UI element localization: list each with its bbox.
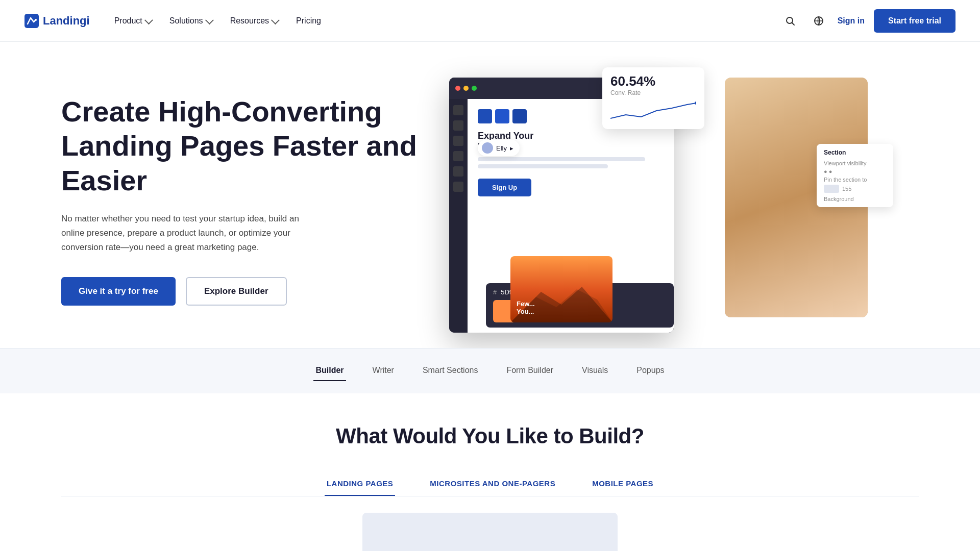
canvas-line-1 (478, 157, 645, 161)
nav-pricing[interactable]: Pricing (288, 12, 329, 30)
hero-illustration: 60.54% Conv. Rate (419, 62, 919, 338)
cta-secondary-button[interactable]: Explore Builder (186, 277, 287, 306)
conv-rate-value: 60.54% (610, 73, 696, 89)
feature-tabs: Builder Writer Smart Sections Form Build… (0, 361, 980, 381)
mountain-background: Few...You... (510, 256, 612, 322)
hero-subtitle: No matter whether you need to test your … (61, 212, 316, 255)
logo[interactable]: Landingi (24, 14, 90, 28)
canvas-line-2 (478, 164, 608, 168)
maximize-dot (472, 86, 477, 91)
canvas-icon-1 (478, 109, 492, 123)
tab-writer[interactable]: Writer (371, 361, 396, 381)
hash-icon: # (493, 288, 497, 296)
section-panel-title: Section (824, 149, 886, 156)
nav-product[interactable]: Product (106, 12, 159, 30)
sidebar-tool-4 (453, 151, 463, 161)
sidebar-tool-5 (453, 166, 463, 177)
build-title: What Would You Like to Build? (61, 424, 919, 448)
feature-tabs-section: Builder Writer Smart Sections Form Build… (0, 348, 980, 393)
close-dot (455, 86, 460, 91)
navigation: Landingi Product Solutions Resources Pri… (0, 0, 980, 42)
nav-links: Product Solutions Resources Pricing (106, 12, 780, 30)
build-tabs: LANDING PAGES MICROSITES AND ONE-PAGERS … (61, 473, 919, 496)
section-property-visibility: Viewport visibility (824, 160, 886, 166)
conv-rate-label: Conv. Rate (610, 89, 696, 96)
svg-point-4 (695, 102, 696, 105)
builder-sidebar (449, 99, 468, 333)
svg-point-1 (35, 19, 37, 21)
section-property-1: ● ● (824, 168, 886, 174)
brand-name: Landingi (43, 14, 90, 28)
cta-primary-button[interactable]: Give it a try for free (61, 277, 176, 306)
section-background-label: Background (824, 196, 886, 202)
solutions-chevron-icon (205, 16, 214, 24)
tab-builder[interactable]: Builder (313, 361, 346, 381)
search-icon (785, 16, 795, 26)
conversion-rate-card: 60.54% Conv. Rate (602, 67, 704, 129)
sidebar-tool-1 (453, 105, 463, 115)
nav-resources[interactable]: Resources (222, 12, 286, 30)
sidebar-tool-2 (453, 120, 463, 131)
language-button[interactable] (809, 11, 828, 31)
start-trial-button[interactable]: Start free trial (874, 9, 955, 33)
sign-in-link[interactable]: Sign in (838, 16, 865, 26)
section-property-row: 155 (824, 185, 886, 193)
canvas-icon-2 (495, 109, 509, 123)
build-tab-microsites[interactable]: MICROSITES AND ONE-PAGERS (428, 473, 557, 496)
tab-visuals[interactable]: Visuals (580, 361, 610, 381)
landingi-logo-icon (24, 14, 39, 28)
hero-content: Create High-Converting Landing Pages Fas… (61, 94, 419, 306)
section-value-box (824, 185, 839, 193)
build-section: What Would You Like to Build? LANDING PA… (0, 393, 980, 551)
section-property-pins: Pin the section to (824, 177, 886, 183)
globe-icon (814, 16, 824, 26)
tab-smart-sections[interactable]: Smart Sections (421, 361, 480, 381)
product-chevron-icon (144, 16, 153, 24)
elly-avatar (482, 142, 493, 154)
hero-title: Create High-Converting Landing Pages Fas… (61, 94, 419, 197)
hero-buttons: Give it a try for free Explore Builder (61, 277, 419, 306)
nav-right: Sign in Start free trial (780, 9, 955, 33)
nav-solutions[interactable]: Solutions (161, 12, 220, 30)
elly-label: Elly ▸ (478, 140, 520, 156)
conv-rate-chart (610, 101, 696, 121)
sidebar-tool-3 (453, 136, 463, 146)
canvas-icon-3 (512, 109, 527, 123)
canvas-sign-up-button: Sign Up (478, 179, 531, 196)
sidebar-tool-6 (453, 182, 463, 192)
hero-section: Create High-Converting Landing Pages Fas… (0, 42, 980, 348)
minimize-dot (463, 86, 469, 91)
tab-popups[interactable]: Popups (634, 361, 666, 381)
search-button[interactable] (780, 11, 800, 31)
build-preview-area (362, 513, 618, 551)
build-tab-landing-pages[interactable]: LANDING PAGES (325, 473, 395, 496)
svg-rect-0 (24, 14, 39, 28)
mountain-card-text: Few...You... (517, 300, 535, 315)
tab-form-builder[interactable]: Form Builder (504, 361, 555, 381)
build-tab-mobile-pages[interactable]: MOBILE PAGES (590, 473, 655, 496)
mountain-card: Few...You... (510, 256, 612, 322)
resources-chevron-icon (271, 16, 280, 24)
section-properties-panel: Section Viewport visibility ● ● Pin the … (817, 144, 893, 207)
canvas-icon-row (478, 109, 527, 123)
